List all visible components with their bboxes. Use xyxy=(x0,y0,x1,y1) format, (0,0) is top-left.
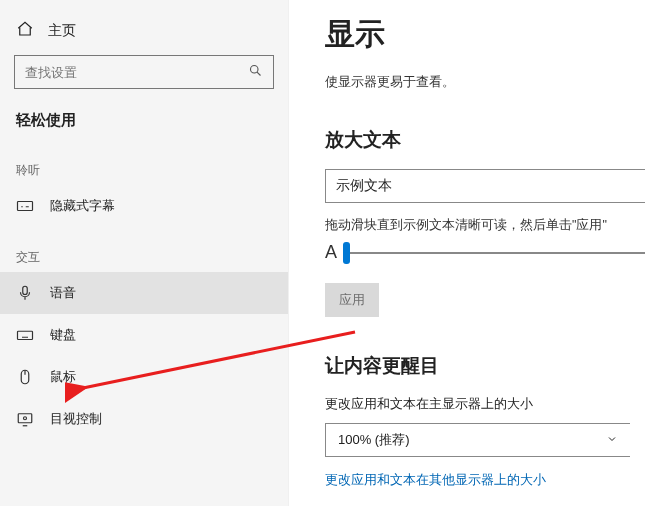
settings-sidebar: 主页 轻松使用 聆听 隐藏式字幕 交互 语音 xyxy=(0,0,289,506)
eye-control-icon xyxy=(16,410,34,428)
search-icon xyxy=(248,63,263,81)
page-title: 显示 xyxy=(325,14,645,55)
mouse-icon xyxy=(16,368,34,386)
svg-point-0 xyxy=(251,66,259,74)
slider-instruction: 拖动滑块直到示例文本清晰可读，然后单击"应用" xyxy=(325,217,645,234)
svg-rect-2 xyxy=(23,286,28,294)
sample-text-box: 示例文本 xyxy=(325,169,645,203)
svg-rect-3 xyxy=(18,331,33,339)
sidebar-item-label: 键盘 xyxy=(50,326,76,344)
svg-point-6 xyxy=(24,417,27,420)
svg-rect-1 xyxy=(18,202,33,211)
slider-min-label: A xyxy=(325,242,337,263)
sidebar-category-listen: 聆听 xyxy=(0,140,288,185)
dropdown-value: 100% (推荐) xyxy=(338,431,410,449)
sidebar-item-label: 目视控制 xyxy=(50,410,102,428)
section-content-visible: 让内容更醒目 xyxy=(325,353,645,379)
apply-button[interactable]: 应用 xyxy=(325,283,379,317)
sidebar-item-keyboard[interactable]: 键盘 xyxy=(0,314,288,356)
home-link[interactable]: 主页 xyxy=(0,12,288,55)
slider-track[interactable] xyxy=(345,252,645,254)
sidebar-item-mouse[interactable]: 鼠标 xyxy=(0,356,288,398)
sidebar-item-eye-control[interactable]: 目视控制 xyxy=(0,398,288,440)
slider-thumb[interactable] xyxy=(343,242,350,264)
sidebar-group-title: 轻松使用 xyxy=(0,107,288,140)
scale-other-link[interactable]: 更改应用和文本在其他显示器上的大小 xyxy=(325,471,645,489)
sidebar-item-label: 隐藏式字幕 xyxy=(50,197,115,215)
search-input-wrap[interactable] xyxy=(14,55,274,89)
section-enlarge-text: 放大文本 xyxy=(325,127,645,153)
home-icon xyxy=(16,20,34,41)
main-content: 显示 使显示器更易于查看。 放大文本 示例文本 拖动滑块直到示例文本清晰可读，然… xyxy=(289,0,645,506)
home-label: 主页 xyxy=(48,22,76,40)
sidebar-item-captions[interactable]: 隐藏式字幕 xyxy=(0,185,288,227)
sidebar-category-interact: 交互 xyxy=(0,227,288,272)
svg-rect-5 xyxy=(18,414,32,423)
page-subtitle: 使显示器更易于查看。 xyxy=(325,73,645,91)
sidebar-item-label: 语音 xyxy=(50,284,76,302)
sidebar-item-speech[interactable]: 语音 xyxy=(0,272,288,314)
text-size-slider[interactable]: A xyxy=(325,242,645,263)
chevron-down-icon xyxy=(606,433,618,448)
keyboard-icon xyxy=(16,326,34,344)
search-input[interactable] xyxy=(25,65,215,80)
sidebar-item-label: 鼠标 xyxy=(50,368,76,386)
scale-dropdown[interactable]: 100% (推荐) xyxy=(325,423,630,457)
captions-icon xyxy=(16,197,34,215)
microphone-icon xyxy=(16,284,34,302)
scale-label: 更改应用和文本在主显示器上的大小 xyxy=(325,395,645,413)
